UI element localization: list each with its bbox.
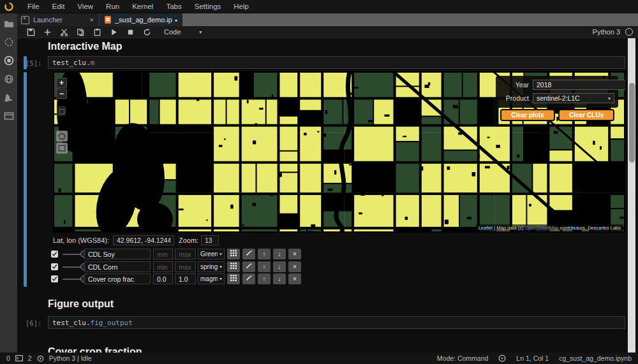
menu-kernel[interactable]: Kernel (126, 0, 159, 13)
section-heading-interactive-map: Interactive Map (48, 41, 122, 52)
menu-tabs[interactable]: Tabs (160, 0, 187, 13)
latlon-value[interactable] (113, 235, 174, 245)
menu-run[interactable]: Run (100, 0, 125, 13)
menu-help[interactable]: Help (228, 0, 255, 13)
map-attribution: Leaflet | Map data (c) OpenStreetMap con… (476, 224, 623, 231)
launcher-icon (21, 16, 29, 24)
paste-cells-button[interactable] (89, 27, 105, 38)
colormap-select[interactable]: spring▾ (198, 261, 225, 272)
autoscale-wand-button[interactable] (242, 261, 255, 272)
autoscale-grid-button[interactable] (227, 273, 240, 284)
openstreetmap-link[interactable]: OpenStreetMap (525, 225, 559, 231)
draw-edit-button[interactable] (56, 143, 68, 154)
layer-max-input[interactable] (175, 249, 196, 259)
interactive-map[interactable]: + − Year Product sentinel-2:L1C ▾ (53, 71, 625, 233)
move-layer-up-button[interactable]: ↑ (258, 273, 271, 284)
zoom-value[interactable] (201, 235, 219, 245)
autoscale-wand-button[interactable] (242, 249, 255, 259)
interrupt-kernel-button[interactable] (122, 27, 138, 38)
extensions-icon[interactable] (4, 74, 14, 84)
scrollbar-thumb[interactable] (629, 83, 635, 163)
clear-clus-button[interactable]: Clear CLUs (558, 109, 614, 121)
map-zoom-in-button[interactable]: + (56, 78, 67, 88)
close-icon[interactable]: × (89, 16, 95, 24)
command-mode-indicator[interactable]: Mode: Command (437, 354, 489, 362)
move-layer-up-button[interactable]: ↑ (258, 249, 271, 259)
map-fullscreen-button[interactable] (57, 106, 66, 115)
menu-settings[interactable]: Settings (189, 0, 227, 13)
tab-notebook-label: _sust_ag_demo.ipynb (115, 16, 172, 24)
running-sessions-icon[interactable] (4, 37, 14, 47)
kernel-status-icon[interactable] (625, 28, 633, 36)
file-browser-icon[interactable] (4, 18, 14, 29)
colormap-value: Green (200, 251, 218, 258)
layer-min-input[interactable] (153, 273, 173, 284)
menu-edit[interactable]: Edit (47, 0, 71, 13)
remove-layer-button[interactable]: × (288, 273, 301, 284)
cell6-code-input[interactable]: test_clu.fig_output (48, 316, 625, 329)
cell-type-dropdown[interactable]: Code ▾ (164, 28, 202, 36)
latlon-label: Lat, lon (WGS84): (53, 237, 109, 244)
layer-visible-checkbox[interactable] (51, 263, 58, 270)
attribution-text2: contributors, Descartes Labs (558, 225, 621, 231)
chevron-down-icon: ▾ (606, 96, 611, 101)
menu-view[interactable]: View (71, 0, 99, 13)
move-layer-up-button[interactable]: ↑ (258, 261, 271, 272)
kernel-status-text[interactable]: Python 3 | Idle (49, 354, 92, 362)
move-layer-down-button[interactable]: ↓ (273, 273, 286, 284)
notebook-scrollbar[interactable] (628, 38, 635, 353)
run-cell-button[interactable] (105, 27, 122, 38)
tools-wrench-icon[interactable] (4, 92, 14, 103)
kernels-count[interactable]: 2 (28, 354, 32, 362)
layer-max-input[interactable] (175, 273, 196, 284)
kernel-name-label[interactable]: Python 3 (593, 28, 620, 36)
section-heading-cover-crop-fraction: Cover crop fraction (48, 346, 142, 353)
tab-launcher[interactable]: Launcher × (17, 13, 100, 26)
layer-visible-checkbox[interactable] (51, 275, 58, 282)
restart-kernel-button[interactable] (138, 27, 155, 38)
stop-circle-icon[interactable] (4, 55, 14, 66)
notebook-panel: Interactive Map [5]: test_clu.m + − Year (17, 38, 638, 353)
chevron-down-icon: ▾ (218, 264, 222, 270)
layer-name-input[interactable] (84, 261, 151, 272)
autoscale-grid-button[interactable] (227, 249, 240, 259)
unsaved-dot-icon: ● (172, 18, 177, 22)
open-tabs-icon[interactable] (4, 111, 14, 121)
cell5-input-collapser[interactable] (24, 56, 27, 69)
save-button[interactable] (22, 27, 39, 38)
cell5-code-input[interactable]: test_clu.m (48, 56, 625, 69)
terminals-count[interactable]: 0 (6, 354, 10, 362)
notification-bell-icon[interactable] (498, 354, 506, 362)
remove-layer-button[interactable]: × (288, 249, 301, 259)
colormap-select[interactable]: Green▾ (198, 249, 225, 259)
layer-visible-checkbox[interactable] (51, 251, 58, 258)
copy-cells-button[interactable] (72, 27, 89, 38)
menu-file[interactable]: File (22, 0, 45, 13)
layer-name-input[interactable] (84, 273, 151, 284)
clear-plots-button[interactable]: Clear plots (500, 109, 555, 121)
layer-min-input[interactable] (153, 261, 173, 272)
product-select[interactable]: sentinel-2:L1C ▾ (533, 93, 614, 103)
remove-layer-button[interactable]: × (288, 261, 301, 272)
tab-notebook[interactable]: _sust_ag_demo.ipynb ● (100, 13, 182, 26)
move-layer-down-button[interactable]: ↓ (273, 261, 286, 272)
map-control-panel: Year Product sentinel-2:L1C ▾ (496, 76, 618, 108)
move-layer-down-button[interactable]: ↓ (273, 249, 286, 259)
cursor-position[interactable]: Ln 1, Col 1 (516, 354, 549, 362)
cell6-code-attribute: fig_output (91, 319, 133, 327)
year-input[interactable] (533, 80, 625, 90)
terminal-icon (15, 355, 23, 361)
zoom-label: Zoom: (179, 237, 198, 244)
cell6-code-object: test_clu. (52, 319, 91, 327)
draw-polygon-button[interactable] (56, 131, 68, 142)
coords-row: Lat, lon (WGS84): Zoom: (53, 237, 109, 247)
layer-max-input[interactable] (175, 261, 196, 272)
add-cell-button[interactable] (39, 27, 56, 38)
map-zoom-out-button[interactable]: − (56, 89, 67, 99)
colormap-select[interactable]: magma▾ (198, 273, 225, 284)
cut-cells-button[interactable] (56, 27, 72, 38)
layer-min-input[interactable] (153, 249, 173, 259)
layer-name-input[interactable] (84, 249, 151, 259)
autoscale-grid-button[interactable] (227, 261, 240, 272)
autoscale-wand-button[interactable] (242, 273, 255, 284)
